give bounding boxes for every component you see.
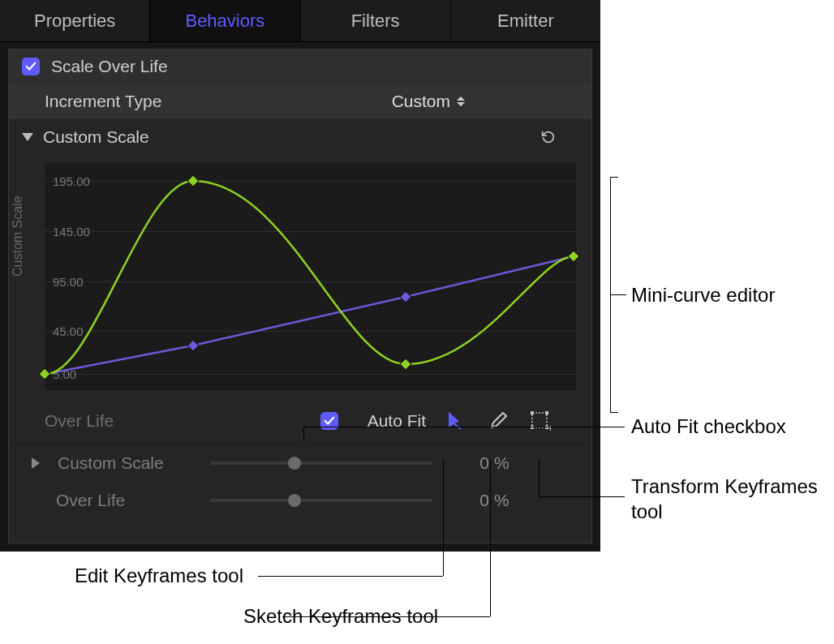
annotation-leader [539, 459, 540, 496]
annotation-sketch: Sketch Keyframes tool [243, 605, 438, 628]
curve-tool-row: Over Life Auto Fit [9, 398, 591, 444]
annotation-auto-fit: Auto Fit checkbox [631, 415, 786, 438]
annotation-leader [610, 294, 626, 295]
slider-thumb[interactable] [288, 494, 301, 507]
param-label: Over Life [56, 491, 125, 510]
behavior-body: Scale Over Life Increment Type Custom Cu… [8, 49, 592, 543]
dropdown-caret-icon [457, 97, 465, 106]
disclosure-right-icon[interactable] [32, 457, 40, 469]
behavior-header: Scale Over Life [9, 49, 591, 84]
tab-properties[interactable]: Properties [0, 0, 150, 41]
increment-type-label: Increment Type [45, 92, 161, 111]
green-curve[interactable] [46, 181, 574, 374]
tab-filters[interactable]: Filters [301, 0, 451, 41]
annotation-mini-curve: Mini-curve editor [631, 284, 775, 307]
curve-svg [45, 163, 576, 390]
custom-scale-value[interactable]: 0 [449, 453, 489, 473]
disclosure-down-icon [22, 133, 33, 141]
custom-scale-slider[interactable] [210, 462, 432, 465]
annotation-leader [303, 427, 625, 427]
param-custom-scale: Custom Scale 0 % [9, 444, 591, 482]
custom-scale-row[interactable]: Custom Scale [9, 119, 591, 155]
svg-rect-0 [532, 413, 547, 427]
chart-y-axis-label: Custom Scale [11, 195, 25, 277]
annotation-leader [539, 496, 625, 497]
overlife-label: Over Life [45, 411, 114, 431]
keyframe-diamond[interactable] [400, 358, 411, 370]
annotation-leader [303, 427, 304, 441]
transform-keyframes-tool[interactable]: + [528, 409, 552, 433]
mini-curve-editor[interactable]: Custom Scale 195.00 145.00 95.00 45.00 5… [9, 155, 591, 398]
annotation-leader [258, 576, 443, 577]
keyframe-diamond[interactable] [187, 340, 199, 351]
sketch-keyframes-tool[interactable] [486, 409, 510, 433]
annotation-transform: Transform Keyframes tool [631, 474, 818, 524]
keyframe-diamond[interactable] [400, 291, 411, 303]
keyframe-diamond[interactable] [187, 175, 199, 187]
reset-icon[interactable] [540, 128, 557, 146]
param-rows: Custom Scale 0 % Over Life 0 % [9, 444, 591, 519]
increment-type-row: Increment Type Custom [9, 84, 591, 119]
annotation-leader [610, 412, 618, 413]
inspector-tabs: Properties Behaviors Filters Emitter [0, 0, 600, 42]
enable-behavior-checkbox[interactable] [22, 58, 40, 75]
inspector-panel: Properties Behaviors Filters Emitter Sca… [0, 0, 600, 552]
slider-thumb[interactable] [288, 457, 301, 470]
increment-type-value: Custom [392, 92, 450, 111]
edit-keyframes-tool[interactable] [444, 409, 468, 433]
tab-emitter[interactable]: Emitter [451, 0, 600, 41]
custom-scale-label: Custom Scale [43, 127, 149, 147]
unit-label: % [489, 453, 514, 473]
unit-label: % [489, 491, 514, 510]
auto-fit-label: Auto Fit [368, 411, 426, 431]
curve-plot-area[interactable]: 195.00 145.00 95.00 45.00 5.00 [45, 163, 576, 390]
keyframe-diamond[interactable] [39, 368, 50, 380]
tab-behaviors[interactable]: Behaviors [150, 0, 300, 41]
svg-rect-2 [545, 411, 548, 414]
param-label: Custom Scale [58, 453, 164, 473]
annotation-leader [610, 177, 618, 178]
over-life-value[interactable]: 0 [449, 491, 489, 510]
svg-rect-1 [531, 411, 534, 414]
keyframe-diamond[interactable] [568, 251, 579, 262]
annotation-edit: Edit Keyframes tool [57, 565, 243, 587]
param-over-life: Over Life 0 % [9, 482, 591, 519]
increment-type-dropdown[interactable]: Custom [392, 92, 465, 111]
annotation-leader [443, 459, 444, 576]
annotation-leader [490, 459, 491, 616]
over-life-slider[interactable] [210, 499, 432, 502]
purple-curve[interactable] [46, 256, 574, 374]
behavior-title: Scale Over Life [51, 57, 168, 76]
